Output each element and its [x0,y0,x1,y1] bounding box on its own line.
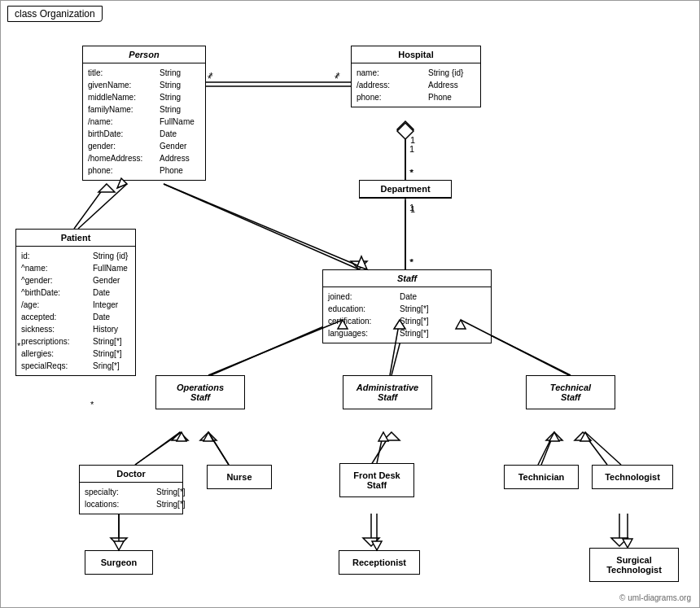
svg-marker-25 [200,432,217,440]
technician-class: Technician [504,465,579,489]
operations-staff-title: OperationsStaff [156,376,244,409]
svg-text:*: * [409,168,413,177]
svg-marker-52 [357,256,367,269]
svg-marker-72 [372,541,382,550]
surgical-technologist-title: SurgicalTechnologist [590,549,678,581]
svg-text:1: 1 [409,203,414,212]
svg-line-22 [135,432,180,465]
svg-marker-29 [546,432,562,440]
svg-text:*: * [410,168,414,177]
svg-line-30 [583,432,607,465]
svg-marker-43 [397,123,413,139]
surgical-technologist-class: SurgicalTechnologist [589,548,679,582]
svg-marker-35 [363,538,379,546]
svg-line-16 [74,184,107,229]
svg-text:1: 1 [409,144,414,154]
nurse-title: Nurse [208,466,271,488]
svg-text:*: * [335,73,339,85]
svg-text:*: * [409,257,413,267]
front-desk-staff-title: Front DeskStaff [340,464,413,496]
administrative-staff-title: AdministrativeStaff [343,376,431,409]
svg-text:*: * [90,400,94,409]
person-class: Person title:String givenName:String mid… [82,46,206,181]
department-class: Department [359,180,452,199]
svg-marker-37 [611,538,628,546]
svg-marker-60 [177,432,186,441]
svg-marker-74 [623,539,632,548]
hospital-attrs: name:String {id} /address:Address phone:… [352,63,480,107]
person-attrs: title:String givenName:String middleName… [83,63,205,180]
patient-title: Patient [16,230,135,247]
svg-marker-23 [172,432,188,440]
doctor-class: Doctor specialty:String[*] locations:Str… [79,465,183,514]
svg-line-26 [371,432,392,465]
patient-attrs: id:String {id} ^name:FullName ^gender:Ge… [16,247,135,375]
svg-line-65 [541,432,554,465]
staff-attrs: joined:Date education:String[*] certific… [323,287,491,343]
svg-line-24 [208,432,229,465]
svg-line-59 [135,432,182,465]
svg-marker-33 [111,538,127,546]
technical-staff-class: TechnicalStaff [526,375,615,409]
doctor-attrs: specialty:String[*] locations:String[*] [80,483,182,514]
patient-class: Patient id:String {id} ^name:FullName ^g… [15,229,136,376]
svg-line-28 [538,432,554,465]
receptionist-class: Receptionist [339,550,420,575]
svg-marker-19 [351,261,367,269]
front-desk-staff-class: Front DeskStaff [339,463,414,497]
technical-staff-title: TechnicalStaff [527,376,615,409]
staff-class: Staff joined:Date education:String[*] ce… [322,269,492,343]
person-title: Person [83,46,205,63]
operations-staff-class: OperationsStaff [155,375,245,409]
svg-line-61 [208,432,229,465]
svg-marker-17 [98,184,115,192]
svg-marker-31 [575,432,591,440]
technologist-class: Technologist [592,465,673,489]
copyright: © uml-diagrams.org [619,593,691,602]
diagram-title: class Organization [7,6,103,22]
department-title: Department [360,181,451,198]
svg-text:1: 1 [410,135,415,145]
svg-marker-70 [114,541,124,550]
technician-title: Technician [505,466,578,488]
svg-line-67 [585,432,621,465]
hospital-title: Hospital [352,46,480,63]
svg-line-63 [377,432,383,463]
staff-title: Staff [323,270,491,287]
doctor-title: Doctor [80,466,182,483]
svg-text:*: * [209,71,213,82]
svg-marker-4 [397,121,413,138]
svg-marker-68 [580,432,590,441]
svg-text:*: * [208,73,212,85]
svg-line-49 [78,184,127,229]
svg-text:*: * [336,71,340,82]
administrative-staff-class: AdministrativeStaff [343,375,432,409]
technologist-title: Technologist [593,466,672,488]
svg-text:*: * [410,257,414,267]
svg-marker-62 [203,432,213,441]
svg-text:1: 1 [410,204,415,214]
nurse-class: Nurse [207,465,272,489]
svg-line-51 [164,184,367,269]
surgeon-class: Surgeon [85,550,153,575]
svg-marker-64 [378,432,388,441]
diagram-container: class Organization * * 1 * 1 * [0,0,700,608]
svg-marker-27 [383,432,400,440]
svg-line-18 [164,184,359,269]
receptionist-title: Receptionist [339,551,419,574]
surgeon-title: Surgeon [85,551,152,574]
hospital-class: Hospital name:String {id} /address:Addre… [351,46,481,107]
svg-marker-66 [549,432,559,441]
